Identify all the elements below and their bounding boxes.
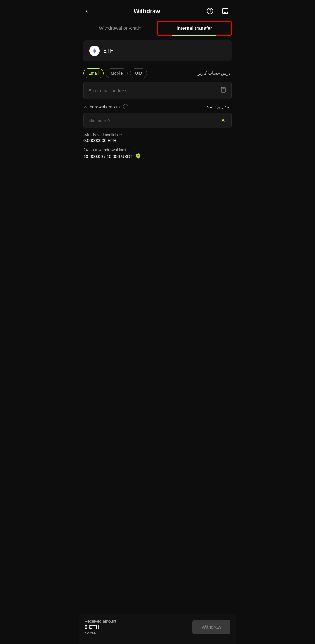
amount-section: Withdrawal amount i مقدار برداشت All xyxy=(83,104,232,128)
address-book-icon[interactable] xyxy=(220,87,227,94)
limit-label: 24-hour withdrawal limit: xyxy=(83,148,232,152)
amount-header: Withdrawal amount i مقدار برداشت xyxy=(83,104,232,109)
address-input-wrapper[interactable] xyxy=(83,82,232,99)
available-info-block: Withdrawal available: 0.00000000 ETH xyxy=(83,133,232,143)
address-input[interactable] xyxy=(88,88,220,93)
address-section: Email Mobile UID آدرس حساب کاربر xyxy=(83,68,232,99)
header-icons xyxy=(205,6,230,16)
coin-selector[interactable]: ETH › xyxy=(83,40,232,61)
tab-internal[interactable]: Internal transfer xyxy=(157,21,232,36)
available-label: Withdrawal available: xyxy=(83,133,232,137)
back-button[interactable]: ‹ xyxy=(85,6,89,16)
coin-info: ETH xyxy=(89,46,114,56)
amount-label-fa: مقدار برداشت xyxy=(205,104,232,109)
chevron-right-icon: › xyxy=(224,48,226,54)
limit-info-block: 24-hour withdrawal limit: 10,000.00 / 10… xyxy=(83,148,232,160)
address-type-buttons: Email Mobile UID xyxy=(83,68,147,78)
limit-value: 10,000.00 / 10,000 USDT xyxy=(83,153,232,160)
eth-icon xyxy=(89,46,100,56)
received-info: Received amount 0 ETH No fee xyxy=(85,619,116,635)
type-mobile-button[interactable]: Mobile xyxy=(106,68,128,78)
received-label: Received amount xyxy=(85,619,116,624)
received-fee: No fee xyxy=(85,631,116,635)
page-title: Withdraw xyxy=(134,8,160,15)
all-button[interactable]: All xyxy=(221,118,227,123)
info-icon[interactable]: i xyxy=(123,104,128,109)
type-uid-button[interactable]: UID xyxy=(130,68,147,78)
address-header: Email Mobile UID آدرس حساب کاربر xyxy=(83,68,232,78)
tabs-container: Withdrawal on-chain Internal transfer xyxy=(79,21,236,36)
limit-value-text: 10,000.00 / 10,000 USDT xyxy=(83,154,133,159)
withdraw-button[interactable]: Withdraw xyxy=(192,620,230,634)
amount-label: Withdrawal amount i xyxy=(83,104,128,109)
header: ‹ Withdraw xyxy=(79,0,236,21)
address-label-fa: آدرس حساب کاربر xyxy=(198,71,232,76)
amount-label-text: Withdrawal amount xyxy=(83,104,121,109)
withdrawal-info: Withdrawal available: 0.00000000 ETH 24-… xyxy=(83,133,232,160)
tab-onchain[interactable]: Withdrawal on-chain xyxy=(83,21,157,36)
coin-name: ETH xyxy=(103,48,114,54)
amount-input-wrapper[interactable]: All xyxy=(83,113,232,128)
type-email-button[interactable]: Email xyxy=(83,68,104,78)
shield-icon xyxy=(135,153,141,160)
history-button[interactable] xyxy=(220,6,230,16)
help-button[interactable] xyxy=(205,6,215,16)
received-amount: 0 ETH xyxy=(85,624,116,630)
available-value: 0.00000000 ETH xyxy=(83,138,232,143)
amount-input[interactable] xyxy=(88,118,221,123)
bottom-bar: Received amount 0 ETH No fee Withdraw xyxy=(79,614,236,644)
